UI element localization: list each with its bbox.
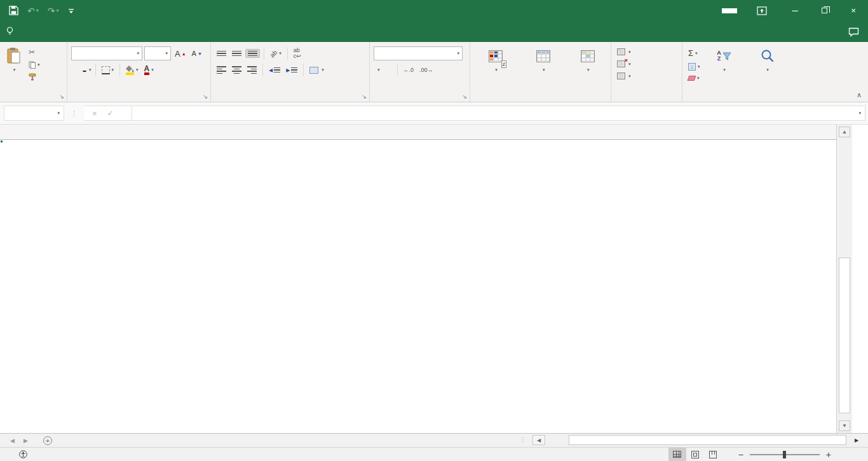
redo-icon[interactable]: ↷▾ [48,6,59,16]
zoom-slider[interactable] [750,454,820,455]
clipboard-dialog-launcher-icon[interactable]: ↘ [59,93,64,100]
active-cell[interactable] [0,140,3,142]
normal-view-button[interactable] [668,448,686,461]
column-headers [0,125,852,140]
conditional-formatting-button[interactable]: ≠ ▾ [474,45,518,91]
collapse-ribbon-icon[interactable]: ∧ [857,91,862,99]
merge-center-button[interactable]: ▾ [308,65,326,75]
save-icon[interactable] [9,6,18,15]
font-dialog-launcher-icon[interactable]: ↘ [203,93,208,100]
minimize-button[interactable]: ─ [780,0,810,21]
status-bar: − + [0,447,868,461]
number-group: ▾ ▾ ←.0 .00→ ↘ [370,42,470,102]
decrease-indent-icon[interactable]: ◀ [267,66,282,74]
fill-button[interactable]: ↓▾ [686,62,702,72]
fill-color-button[interactable]: ▾ [124,64,140,76]
italic-button[interactable] [77,69,81,71]
ribbon-display-options-icon[interactable] [752,6,771,15]
comments-icon[interactable] [848,27,859,42]
paste-button[interactable]: ▾ [4,45,24,91]
fill-handle[interactable] [0,140,3,143]
formula-bar-handle[interactable]: ⋮ [71,109,78,118]
orientation-icon[interactable]: ab▾ [268,49,283,58]
sort-filter-button[interactable]: AZ ▾ [705,45,744,91]
scroll-right-icon[interactable]: ▶ [850,435,863,445]
formula-bar-expand-icon[interactable]: ▾ [858,111,861,116]
formula-input[interactable]: ▾ [132,106,865,121]
increase-indent-icon[interactable]: ▶ [284,66,299,74]
zoom-in-icon[interactable]: + [826,450,831,460]
font-name-select[interactable]: ▾ [71,46,142,60]
vertical-scrollbar[interactable]: ▲ ▼ [836,125,852,433]
undo-icon[interactable]: ↶▾ [27,6,39,16]
percent-button[interactable] [384,69,388,71]
align-left-icon[interactable] [215,65,228,75]
align-right-icon[interactable] [245,65,259,75]
increase-decimal-icon[interactable]: ←.0 [402,65,416,74]
normal-view-icon [673,451,681,458]
clear-button[interactable]: ▾ [686,74,702,82]
cut-button[interactable]: ✂ [27,46,42,58]
font-group: ▾ ▾ A▲ A▼ ▾ ▾ ▾ A▾ ↘ [67,42,211,102]
fill-color-icon [126,65,134,75]
name-box[interactable]: ▾ [4,106,64,121]
align-middle-icon[interactable] [230,50,243,58]
scroll-down-icon[interactable]: ▼ [839,420,850,431]
autosum-icon: Σ [688,48,693,58]
format-cells-button[interactable]: ▾ [615,71,678,81]
increase-font-icon[interactable]: A▲ [173,48,188,60]
tell-me-box[interactable] [0,22,24,42]
autosum-button[interactable]: Σ▾ [686,47,702,59]
underline-button[interactable] [83,68,86,72]
font-color-button[interactable]: A▾ [142,64,156,76]
comma-style-button[interactable] [390,69,393,71]
restore-button[interactable] [810,0,839,21]
cells-group: ▾ × ▾ ▾ [611,42,682,102]
insert-cells-button[interactable]: ▾ [615,47,678,57]
borders-button[interactable]: ▾ [100,65,116,76]
page-break-view-button[interactable] [704,448,722,461]
cancel-icon[interactable]: × [92,109,97,118]
page-layout-view-button[interactable] [686,448,704,461]
currency-button[interactable]: ▾ [374,66,382,74]
titlebar-right: ─ × [722,0,868,21]
add-sheet-icon: + [43,436,52,445]
zoom-out-icon[interactable]: − [738,450,743,460]
vertical-scroll-thumb[interactable] [839,258,850,413]
delete-cells-button[interactable]: × ▾ [615,59,678,69]
align-center-icon[interactable] [230,65,243,75]
copy-button[interactable]: ▾ [27,60,42,70]
font-color-icon: A [144,65,150,75]
number-format-select[interactable]: ▾ [374,46,463,60]
bold-button[interactable] [71,69,75,71]
lightbulb-icon [6,27,13,36]
sheet-prev-icon[interactable]: ◀ [10,437,15,444]
enter-icon[interactable]: ✓ [107,109,114,118]
scroll-left-icon[interactable]: ◀ [532,435,545,445]
qat-customize-icon[interactable] [68,8,74,14]
wrap-text-button[interactable]: abc↩ [292,46,304,60]
worksheet-grid[interactable]: ▲ ▼ [0,125,852,433]
format-cells-icon [617,72,625,79]
decrease-decimal-icon[interactable]: .00→ [417,65,435,74]
accessibility-icon [19,450,27,458]
accessibility-status[interactable] [19,450,31,458]
find-select-button[interactable]: ▾ [747,45,789,91]
alignment-dialog-launcher-icon[interactable]: ↘ [362,93,367,100]
sheetbar-splitter[interactable]: ⋮ [520,436,527,443]
close-button[interactable]: × [839,0,868,21]
sheet-next-icon[interactable]: ▶ [24,437,28,444]
align-bottom-icon[interactable] [245,49,260,58]
format-as-table-button[interactable]: ▾ [520,45,567,91]
scroll-up-icon[interactable]: ▲ [839,127,850,137]
format-painter-button[interactable] [27,72,42,82]
zoom-slider-thumb[interactable] [783,451,786,458]
align-top-icon[interactable] [215,50,228,58]
add-sheet-button[interactable]: + [38,434,57,447]
decrease-font-icon[interactable]: A▼ [190,48,204,58]
cell-styles-button[interactable]: ▾ [569,45,607,91]
sign-in-button[interactable] [722,8,737,13]
horizontal-scroll-thumb[interactable] [569,435,846,445]
font-size-select[interactable]: ▾ [144,46,171,60]
number-dialog-launcher-icon[interactable]: ↘ [462,93,467,100]
